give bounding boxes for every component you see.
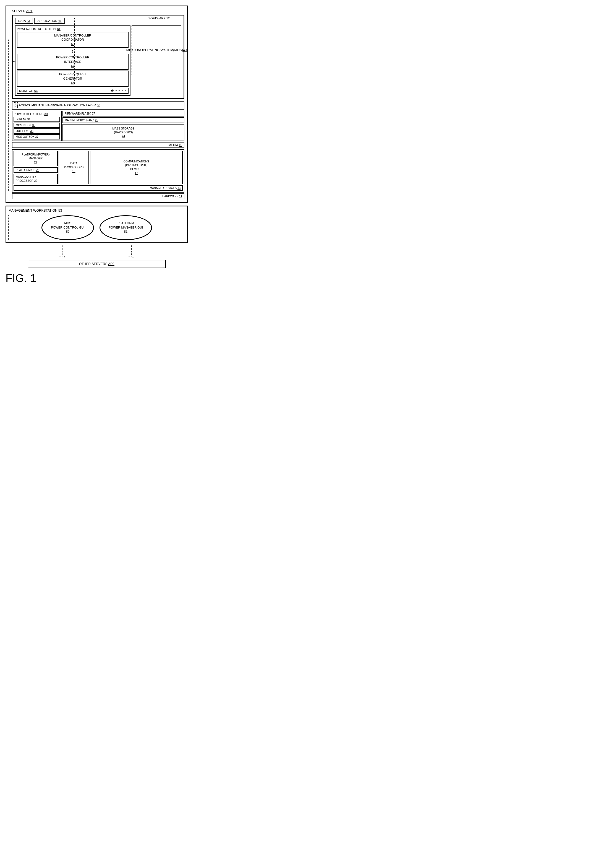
wire-right: ~ 55 (128, 245, 134, 259)
arrow-head (111, 89, 113, 92)
software-box: SOFTWARE 12 DATA 43 APPLICATION 41 (12, 15, 184, 99)
storage-stack: FIRMWARE (FLASH) 27 MAIN MEMORY (RAM)\ 2… (62, 111, 184, 141)
server-ap1-title: SERVER AP1 (12, 9, 184, 13)
application-box: APPLICATION 41 (34, 18, 65, 24)
monitor-box: MONITOR 63 (17, 88, 128, 94)
manager-box: MANAGER/CONTROLLER COORDINATOR 69 (17, 32, 128, 48)
out-flag-box: OUT FLAG 35 (14, 129, 60, 134)
hardware-bar: HARDWARE 11 (12, 194, 184, 199)
platform-stack: PLATFORM (POWER) MANAGER 21 PLATFORM OS … (14, 151, 58, 184)
power-registers-title: POWER REGISTERS 30 (14, 112, 60, 116)
pcu-title: POWER-CONTROL UTILITY 61 (17, 27, 128, 31)
full-diagram: SERVER AP1 SOFTWARE 12 DATA 43 APPLICATI… (6, 6, 188, 284)
acpi-bracket: 〉 (14, 102, 18, 108)
server-ap1-box: SERVER AP1 SOFTWARE 12 DATA 43 APPLICATI… (6, 6, 188, 203)
mos-box: MISSION OPERATING SYSTEM (MOS) 40 (131, 25, 181, 75)
acpi-bar: 〉 ACPI-COMPLIANT HARDWARE ABSTRACTION LA… (12, 101, 184, 110)
power-registers-box: POWER REGISTERS 30 IN FLAG 31 MOS INBOX … (12, 111, 62, 141)
wire-line-left (62, 245, 62, 255)
data-box: DATA 43 (15, 18, 33, 24)
dashed-wires-row: ~ 57 ~ 55 (6, 245, 188, 259)
data-processors-box: DATA PROCESSORS 19 (59, 151, 89, 184)
platform-gui-ellipse: PLATFORM POWER-MANAGER GUI 51 (99, 215, 152, 240)
prg-box: POWER REQUEST GENERATOR 65 (17, 71, 128, 87)
wire-line-right (131, 245, 131, 255)
pcu-box: POWER-CONTROL UTILITY 61 MANAGER/CONTROL… (15, 25, 130, 96)
fig-label: FIG. 1 (6, 272, 188, 284)
mos-inbox-box: MOS INBOX 33 (14, 122, 60, 128)
hw-bottom-row: PLATFORM (POWER) MANAGER 21 PLATFORM OS … (14, 151, 183, 184)
in-flag-box: IN FLAG 31 (14, 117, 60, 122)
platform-os-box: PLATFORM OS 23 (14, 167, 58, 173)
updown-arrows: ↕ (17, 49, 128, 54)
pci-box: ← POWER CONTROLLER INTERFACE 67 (17, 54, 128, 70)
pcu-mos-split: POWER-CONTROL UTILITY 61 MANAGER/CONTROL… (15, 25, 181, 96)
data-app-row: DATA 43 APPLICATION 41 (15, 18, 181, 24)
mos-gui-ellipse: MOS POWER-CONTROL GUI 59 (42, 215, 94, 240)
management-workstation-box: MANAGEMENT WORKSTATION 53 MOS POWER-CONT… (6, 206, 188, 243)
pcu-column: POWER-CONTROL UTILITY 61 MANAGER/CONTROL… (15, 25, 130, 96)
platform-manager-box: PLATFORM (POWER) MANAGER 21 (14, 151, 58, 166)
gui-row: MOS POWER-CONTROL GUI 59 PLATFORM POWER-… (9, 215, 185, 240)
main-memory-box: MAIN MEMORY (RAM)\ 25 (62, 117, 184, 123)
managability-box: MANAGABILITY PROCESSOR 22 (14, 174, 58, 184)
wire-left: ~ 57 (59, 245, 65, 259)
mgmt-dashed-left (8, 215, 9, 240)
bottom-hw-section: PLATFORM (POWER) MANAGER 21 PLATFORM OS … (12, 149, 184, 192)
mos-outbox-box: MOS OUTBOX 37 (14, 134, 60, 140)
media-bar: MEDIA 15 (12, 142, 184, 148)
app-dashed-line (74, 18, 75, 84)
mass-storage-box: MASS STORAGE(HARD DISKS)24 (62, 124, 184, 141)
left-arrow-pci: ← (12, 59, 16, 65)
managed-devices-bar: MANAGED DEVICES 13 (14, 185, 183, 191)
monitor-dashed-arrow (40, 89, 126, 92)
firmware-box: FIRMWARE (FLASH) 27 (62, 111, 184, 116)
mgmt-title: MANAGEMENT WORKSTATION 53 (9, 209, 185, 212)
power-reg-items: IN FLAG 31 MOS INBOX 33 OUT FLAG 35 MOS … (14, 117, 60, 140)
hal-content: POWER REGISTERS 30 IN FLAG 31 MOS INBOX … (12, 111, 184, 141)
dashed-line (113, 90, 126, 91)
dashed-left-line (8, 40, 9, 191)
monitor-label: MONITOR (19, 89, 34, 92)
other-servers-box: OTHER SERVERS AP2 (28, 260, 166, 268)
communications-box: COMMUNICATIONS (INPUT/OUTPUT) DEVICES 17 (90, 151, 183, 184)
